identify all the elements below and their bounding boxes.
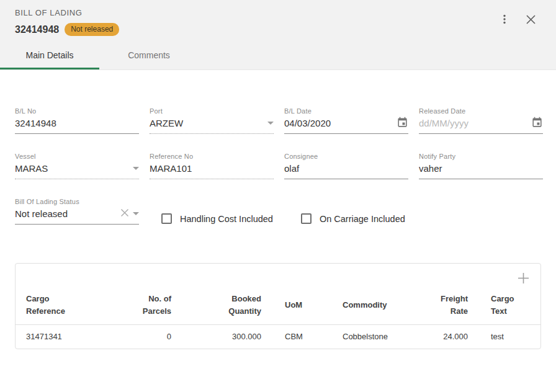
port-label: Port <box>150 107 274 115</box>
kebab-menu-icon <box>500 14 509 27</box>
cell-cargo-text: test <box>468 324 540 349</box>
close-button[interactable] <box>524 13 537 28</box>
consignee-input[interactable] <box>284 163 408 176</box>
bl-no-field: B/L No <box>15 107 139 134</box>
cargo-table: Cargo Reference No. of Parcels Booked Qu… <box>16 286 540 349</box>
reference-no-label: Reference No <box>150 153 274 160</box>
bl-no-input[interactable] <box>15 118 139 131</box>
vessel-label: Vessel <box>15 153 139 160</box>
cargo-table-header-row: Cargo Reference No. of Parcels Booked Qu… <box>16 286 540 324</box>
page-title: BILL OF LADING <box>15 8 541 17</box>
reference-no-input[interactable] <box>150 163 274 176</box>
handling-cost-checkbox-item[interactable]: Handling Cost Included <box>161 213 273 224</box>
consignee-label: Consignee <box>284 153 408 160</box>
port-value[interactable]: ARZEW <box>150 118 264 131</box>
cell-freight-rate: 24.000 <box>406 324 468 349</box>
reference-no-field: Reference No <box>150 153 274 179</box>
more-options-button[interactable] <box>498 12 511 28</box>
on-carriage-checkbox[interactable] <box>301 213 312 224</box>
bol-status-value[interactable]: Not released <box>15 208 117 221</box>
bol-status-clear-button[interactable] <box>120 208 129 219</box>
cargo-table-row[interactable]: 31471341 0 300.000 CBM Cobbelstone 24.00… <box>16 324 540 349</box>
col-booked-quantity: Booked Quantity <box>171 286 261 324</box>
bol-status-label: Bill Of Lading Status <box>15 198 139 205</box>
chevron-down-icon[interactable] <box>267 122 274 125</box>
on-carriage-checkbox-label[interactable]: On Carriage Included <box>320 214 405 224</box>
cell-commodity: Cobbelstone <box>343 324 406 349</box>
notify-party-field: Notify Party <box>419 153 543 179</box>
released-date-calendar-button[interactable] <box>531 117 543 130</box>
tab-bar: Main Details Comments <box>0 43 556 69</box>
tab-main-details[interactable]: Main Details <box>0 43 99 69</box>
cell-booked-quantity: 300.000 <box>171 324 261 349</box>
chevron-down-icon[interactable] <box>133 212 139 215</box>
tab-comments[interactable]: Comments <box>99 43 199 69</box>
cell-cargo-reference: 31471341 <box>16 324 109 349</box>
dialog-header: BILL OF LADING 32414948 Not released Mai… <box>0 0 556 70</box>
col-no-of-parcels: No. of Parcels <box>109 286 171 324</box>
notify-party-label: Notify Party <box>419 153 543 160</box>
calendar-icon <box>531 117 543 130</box>
bl-date-field: B/L Date <box>284 107 408 134</box>
main-details-form: B/L No Port ARZEW B/L Date <box>0 70 556 225</box>
cell-no-of-parcels: 0 <box>109 324 171 349</box>
handling-cost-checkbox-label[interactable]: Handling Cost Included <box>180 214 273 224</box>
col-cargo-text: Cargo Text <box>468 286 540 324</box>
col-freight-rate: Freight Rate <box>406 286 468 324</box>
calendar-icon <box>397 117 408 130</box>
vessel-field[interactable]: Vessel MARAS <box>15 153 139 179</box>
clear-x-icon <box>120 208 129 219</box>
bl-no-label: B/L No <box>15 107 139 115</box>
close-icon <box>526 14 536 27</box>
vessel-value[interactable]: MARAS <box>15 163 129 176</box>
on-carriage-checkbox-item[interactable]: On Carriage Included <box>301 213 405 224</box>
col-cargo-reference: Cargo Reference <box>16 286 109 324</box>
port-field[interactable]: Port ARZEW <box>150 107 274 134</box>
chevron-down-icon[interactable] <box>133 167 139 170</box>
handling-cost-checkbox[interactable] <box>161 213 172 224</box>
released-date-label: Released Date <box>419 107 543 115</box>
bol-status-field[interactable]: Bill Of Lading Status Not released <box>15 198 139 225</box>
notify-party-input[interactable] <box>419 163 543 176</box>
released-date-input[interactable] <box>419 118 527 131</box>
cell-uom: CBM <box>261 324 343 349</box>
plus-icon <box>518 272 529 286</box>
add-cargo-button[interactable] <box>516 272 531 286</box>
bl-date-label: B/L Date <box>284 107 408 115</box>
document-number: 32414948 <box>15 24 59 35</box>
status-badge: Not released <box>65 23 119 36</box>
bl-date-calendar-button[interactable] <box>397 117 408 130</box>
cargo-card: Cargo Reference No. of Parcels Booked Qu… <box>15 263 541 349</box>
consignee-field: Consignee <box>284 153 408 179</box>
col-uom: UoM <box>261 286 343 324</box>
bl-date-input[interactable] <box>284 118 393 131</box>
released-date-field: Released Date <box>419 107 543 134</box>
col-commodity: Commodity <box>343 286 406 324</box>
